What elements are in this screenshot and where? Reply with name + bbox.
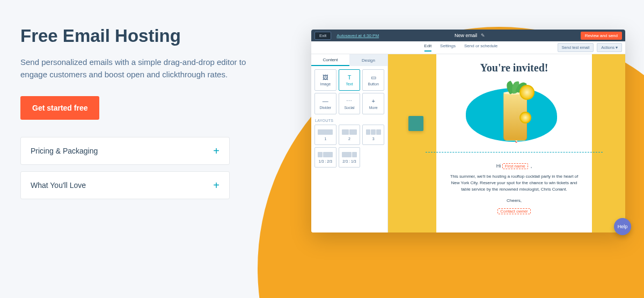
- email-canvas[interactable]: You're invited! Hi First name ,: [388, 54, 625, 232]
- email-signoff[interactable]: Cheers,: [507, 198, 522, 203]
- text-icon: T: [348, 75, 352, 81]
- block-label: Divider: [319, 106, 331, 110]
- tab-settings[interactable]: Settings: [440, 43, 456, 52]
- editor-subtabs: Edit Settings Send or schedule: [424, 43, 497, 52]
- hero-column: Free Email Hosting Send personalized ema…: [20, 26, 273, 206]
- layout-3[interactable]: 3: [362, 125, 384, 145]
- accordion-pricing[interactable]: Pricing & Packaging +: [20, 137, 230, 165]
- layout-2-1[interactable]: 2/3 : 1/3: [339, 147, 361, 168]
- block-social[interactable]: ⋯ Social: [339, 93, 361, 114]
- block-label: Text: [346, 82, 353, 86]
- page-title: Free Email Hosting: [20, 26, 273, 46]
- tab-send-schedule[interactable]: Send or schedule: [464, 43, 497, 52]
- layout-label: 1: [324, 137, 326, 141]
- send-test-button[interactable]: Send test email: [558, 43, 594, 52]
- tab-edit[interactable]: Edit: [424, 43, 431, 52]
- layout-label: 1/3 : 2/3: [319, 159, 332, 163]
- button-icon: ▭: [371, 75, 376, 81]
- block-label: Social: [344, 106, 354, 110]
- review-send-button[interactable]: Review and send: [581, 32, 622, 40]
- page-subtitle: Send personalized emails with a simple d…: [20, 56, 267, 81]
- email-hero-image[interactable]: [460, 78, 568, 148]
- email-editor-window: Exit Autosaved at 4:30 PM New email ✎ Re…: [311, 30, 625, 232]
- help-fab[interactable]: Help: [614, 218, 631, 235]
- accordion-love[interactable]: What You'll Love +: [20, 171, 230, 199]
- block-button[interactable]: ▭ Button: [362, 69, 384, 91]
- get-started-button[interactable]: Get started free: [20, 96, 99, 120]
- plus-icon: +: [371, 98, 375, 104]
- accordion-label: Pricing & Packaging: [31, 147, 98, 155]
- plus-icon: +: [213, 146, 219, 156]
- layout-label: 3: [372, 137, 375, 141]
- email-preview[interactable]: You're invited! Hi First name ,: [436, 54, 592, 232]
- panel-tab-content[interactable]: Content: [311, 54, 349, 66]
- pencil-icon: ✎: [481, 33, 485, 38]
- block-divider[interactable]: — Divider: [314, 93, 336, 114]
- contact-owner-token[interactable]: Contact owner: [497, 208, 531, 214]
- block-label: Button: [368, 82, 379, 86]
- block-image[interactable]: 🖼 Image: [314, 69, 336, 91]
- layout-label: 2: [348, 137, 350, 141]
- image-icon: 🖼: [323, 75, 328, 81]
- layout-1[interactable]: 1: [314, 125, 336, 145]
- actions-button[interactable]: Actions ▾: [597, 43, 622, 52]
- email-body[interactable]: This summer, we'll be hosting a rooftop …: [444, 173, 584, 193]
- greeting-prefix: Hi: [496, 163, 501, 169]
- autosaved-label[interactable]: Autosaved at 4:30 PM: [336, 33, 379, 38]
- block-text[interactable]: T Text: [339, 69, 361, 91]
- accordion-label: What You'll Love: [31, 181, 86, 190]
- document-title-text: New email: [455, 33, 477, 38]
- divider-icon: —: [323, 98, 328, 104]
- layouts-header: LAYOUTS: [311, 118, 387, 123]
- editor-body: Content Design 🖼 Image T Text ▭ Button —: [311, 54, 625, 232]
- drag-ghost: [408, 116, 423, 131]
- plus-icon: +: [213, 180, 219, 191]
- email-headline[interactable]: You're invited!: [480, 62, 548, 74]
- block-label: Image: [320, 82, 331, 86]
- content-blocks-grid: 🖼 Image T Text ▭ Button — Divider ⋯ S: [311, 66, 387, 118]
- block-more[interactable]: + More: [362, 93, 384, 114]
- email-greeting[interactable]: Hi First name ,: [496, 163, 532, 169]
- iced-tea-illustration: [503, 86, 527, 145]
- block-label: More: [369, 106, 378, 110]
- panel-tab-design[interactable]: Design: [349, 54, 387, 66]
- blocks-panel: Content Design 🖼 Image T Text ▭ Button —: [311, 54, 388, 232]
- editor-subbar: Edit Settings Send or schedule Send test…: [311, 41, 625, 54]
- social-icon: ⋯: [346, 98, 352, 104]
- layout-label: 2/3 : 1/3: [342, 159, 356, 163]
- firstname-token[interactable]: First name: [502, 163, 528, 169]
- layout-2[interactable]: 2: [339, 125, 361, 145]
- document-title[interactable]: New email ✎: [455, 33, 485, 38]
- layout-1-2[interactable]: 1/3 : 2/3: [314, 147, 336, 168]
- insertion-guide: [426, 152, 603, 152]
- editor-topbar: Exit Autosaved at 4:30 PM New email ✎ Re…: [311, 30, 625, 41]
- exit-button[interactable]: Exit: [314, 32, 331, 40]
